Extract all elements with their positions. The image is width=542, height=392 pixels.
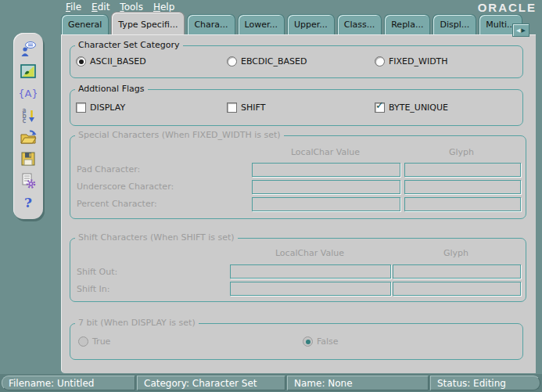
- tab-scroll-buttons[interactable]: ◀ ▶: [512, 23, 529, 37]
- radio-icon[interactable]: [76, 56, 86, 67]
- tab-general[interactable]: General: [61, 14, 109, 34]
- tab-uppercase[interactable]: Upper...: [287, 14, 335, 34]
- settings-doc-icon: [20, 172, 37, 189]
- group-title: Shift Characters (When SHIFT is set): [75, 232, 238, 243]
- tab-replacement[interactable]: Repla...: [384, 14, 430, 34]
- type-specific-panel: Character Set Category ASCII_BASED EBCDI…: [61, 34, 536, 373]
- help-button[interactable]: ?: [19, 193, 38, 212]
- check-mark-icon: ✓: [375, 99, 384, 111]
- radio-icon[interactable]: [227, 56, 237, 67]
- percent-character-label: Percent Character:: [77, 199, 157, 209]
- group-character-set-category: Character Set Category ASCII_BASED EBCDI…: [70, 45, 523, 78]
- group-shift-characters: Shift Characters (When SHIFT is set) Loc…: [70, 238, 526, 302]
- column-header-glyph: Glyph: [449, 147, 474, 157]
- save-file-button[interactable]: [19, 149, 38, 168]
- tab-character-data[interactable]: Chara...: [187, 14, 235, 34]
- app-window: File Edit Tools Help ORACLE General Type…: [0, 0, 542, 392]
- radio-seven-bit-false: False: [303, 336, 339, 347]
- shift-in-glyph-field: [393, 282, 521, 296]
- checkbox-display[interactable]: DISPLAY: [76, 102, 125, 113]
- column-header-localchar: LocalChar Value: [275, 248, 344, 258]
- radio-icon[interactable]: [375, 56, 385, 67]
- tab-scroll-left-icon[interactable]: ◀: [516, 27, 520, 34]
- group-title: Addtional Flags: [75, 84, 148, 94]
- tab-classification[interactable]: Class...: [337, 14, 382, 34]
- shift-in-localchar-field: [230, 282, 391, 296]
- status-name: Name: None: [287, 376, 429, 390]
- checkbox-shift[interactable]: SHIFT: [227, 102, 265, 113]
- radio-icon: [78, 336, 88, 347]
- menu-help[interactable]: Help: [153, 2, 174, 13]
- group-special-characters: Special Characters (When FIXED_WIDTH is …: [70, 135, 526, 219]
- underscore-localchar-field: [252, 180, 400, 194]
- pad-localchar-field: [252, 163, 400, 177]
- checkbox-icon[interactable]: [227, 102, 237, 113]
- radio-ascii-based[interactable]: ASCII_BASED: [76, 56, 146, 67]
- shift-out-label: Shift Out:: [77, 267, 117, 277]
- user-chat-icon: [20, 41, 37, 58]
- menu-bar: File Edit Tools Help: [0, 0, 542, 14]
- column-header-glyph: Glyph: [443, 248, 468, 258]
- canonical-map-button[interactable]: [19, 62, 38, 81]
- radio-selected-icon: [303, 336, 313, 347]
- image-icon: [20, 63, 37, 80]
- radio-label: FIXED_WIDTH: [389, 56, 448, 67]
- status-filename: Filename: Untitled: [2, 376, 135, 390]
- shift-in-label: Shift In:: [77, 284, 109, 294]
- menu-file[interactable]: File: [66, 2, 81, 13]
- radio-label: EBCDIC_BASED: [241, 56, 307, 67]
- menu-edit[interactable]: Edit: [92, 2, 109, 13]
- sort-abc-button[interactable]: a b c: [19, 106, 38, 124]
- radio-ebcdic-based[interactable]: EBCDIC_BASED: [227, 56, 307, 67]
- sort-abc-icon: a b c: [20, 106, 37, 124]
- radio-fixed-width[interactable]: FIXED_WIDTH: [375, 56, 448, 67]
- checkbox-label: DISPLAY: [90, 102, 125, 113]
- svg-text:{A}: {A}: [20, 88, 37, 99]
- save-icon: [20, 150, 37, 167]
- shift-out-localchar-field: [230, 264, 391, 279]
- tab-scroll-right-icon[interactable]: ▶: [522, 27, 526, 34]
- percent-localchar-field: [252, 197, 400, 211]
- checkbox-label: SHIFT: [241, 102, 265, 113]
- svg-text:c: c: [23, 117, 26, 124]
- tab-bar: General Type Specifi... Chara... Lower..…: [61, 14, 522, 34]
- svg-text:?: ?: [24, 195, 32, 210]
- radio-label: False: [317, 336, 339, 347]
- group-title: 7 bit (When DISPLAY is set): [75, 318, 199, 328]
- checkbox-label: BYTE_UNIQUE: [389, 102, 448, 113]
- open-file-button[interactable]: [19, 128, 38, 146]
- group-seven-bit: 7 bit (When DISPLAY is set) True False: [70, 323, 523, 360]
- underscore-character-label: Underscore Character:: [77, 182, 174, 192]
- radio-label: ASCII_BASED: [90, 56, 146, 67]
- new-wizard-button[interactable]: [19, 40, 38, 59]
- open-folder-icon: [20, 128, 37, 146]
- status-editing: Status: Editing: [430, 376, 540, 390]
- checkbox-checked-icon[interactable]: ✓: [375, 102, 385, 113]
- group-additional-flags: Addtional Flags DISPLAY SHIFT ✓ BYTE_UNI…: [70, 89, 523, 126]
- status-bar: Filename: Untitled Category: Character S…: [0, 374, 542, 392]
- braces-a-icon: {A}: [20, 85, 37, 102]
- tab-lowercase[interactable]: Lower...: [238, 14, 285, 34]
- group-title: Character Set Category: [75, 40, 183, 50]
- pad-glyph-field: [404, 163, 521, 177]
- underscore-glyph-field: [404, 180, 521, 194]
- percent-glyph-field: [404, 197, 521, 211]
- radio-label: True: [92, 336, 110, 347]
- left-toolbar: {A} a b c: [13, 33, 43, 219]
- generate-nlb-button[interactable]: [19, 171, 38, 190]
- column-header-localchar: LocalChar Value: [291, 147, 360, 157]
- character-a-button[interactable]: {A}: [19, 84, 38, 102]
- oracle-logo: ORACLE: [478, 1, 537, 14]
- shift-out-glyph-field: [393, 264, 521, 279]
- radio-seven-bit-true: True: [78, 336, 110, 347]
- tab-display[interactable]: Displ...: [433, 14, 476, 34]
- menu-tools[interactable]: Tools: [120, 2, 143, 13]
- help-icon: ?: [20, 194, 37, 211]
- pad-character-label: Pad Character:: [77, 164, 140, 174]
- status-category: Category: Character Set: [137, 376, 285, 390]
- group-title: Special Characters (When FIXED_WIDTH is …: [75, 130, 284, 140]
- checkbox-icon[interactable]: [76, 102, 86, 113]
- tab-type-specific[interactable]: Type Specifi...: [111, 12, 185, 34]
- checkbox-byte-unique[interactable]: ✓ BYTE_UNIQUE: [375, 102, 448, 113]
